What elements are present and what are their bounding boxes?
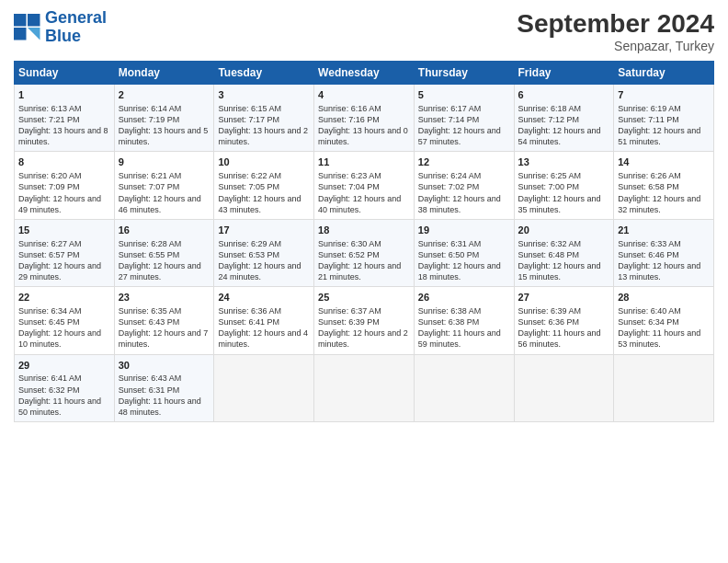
sunset-label: Sunset: 6:31 PM <box>119 385 180 395</box>
calendar-cell: 30Sunrise: 6:43 AMSunset: 6:31 PMDayligh… <box>114 354 214 421</box>
daylight-label: Daylight: 13 hours and 5 minutes. <box>119 126 209 146</box>
sunset-label: Sunset: 6:45 PM <box>18 317 80 327</box>
calendar-cell: 11Sunrise: 6:23 AMSunset: 7:04 PMDayligh… <box>314 152 415 219</box>
calendar-cell: 20Sunrise: 6:32 AMSunset: 6:48 PMDayligh… <box>514 219 614 286</box>
sunrise-label: Sunrise: 6:40 AM <box>618 306 681 316</box>
calendar-cell: 27Sunrise: 6:39 AMSunset: 6:36 PMDayligh… <box>514 287 614 354</box>
sunset-label: Sunset: 7:21 PM <box>18 115 80 124</box>
daylight-label: Daylight: 12 hours and 29 minutes. <box>18 261 101 282</box>
day-number: 3 <box>218 88 310 102</box>
daylight-label: Daylight: 12 hours and 51 minutes. <box>618 126 700 146</box>
sunrise-label: Sunrise: 6:23 AM <box>318 171 381 180</box>
day-number: 6 <box>518 88 610 102</box>
sunrise-label: Sunrise: 6:18 AM <box>518 104 582 113</box>
sunset-label: Sunset: 7:16 PM <box>318 115 380 124</box>
daylight-label: Daylight: 13 hours and 0 minutes. <box>318 126 408 146</box>
svg-rect-0 <box>14 14 27 27</box>
sunrise-label: Sunrise: 6:24 AM <box>418 171 482 180</box>
day-number: 28 <box>618 291 710 304</box>
day-number: 26 <box>418 291 510 304</box>
calendar-cell: 24Sunrise: 6:36 AMSunset: 6:41 PMDayligh… <box>214 287 314 354</box>
sunrise-label: Sunrise: 6:29 AM <box>218 239 281 248</box>
calendar-week-row: 1Sunrise: 6:13 AMSunset: 7:21 PMDaylight… <box>15 85 714 152</box>
header-saturday: Saturday <box>614 62 714 85</box>
daylight-label: Daylight: 12 hours and 15 minutes. <box>518 261 601 282</box>
calendar-cell: 26Sunrise: 6:38 AMSunset: 6:38 PMDayligh… <box>414 287 514 354</box>
daylight-label: Daylight: 12 hours and 10 minutes. <box>18 328 101 349</box>
day-number: 12 <box>418 155 510 169</box>
sunset-label: Sunset: 7:07 PM <box>119 182 180 191</box>
daylight-label: Daylight: 12 hours and 40 minutes. <box>318 194 401 214</box>
calendar-cell: 15Sunrise: 6:27 AMSunset: 6:57 PMDayligh… <box>15 219 115 286</box>
daylight-label: Daylight: 11 hours and 53 minutes. <box>618 328 700 349</box>
calendar-week-row: 22Sunrise: 6:34 AMSunset: 6:45 PMDayligh… <box>15 287 714 354</box>
sunset-label: Sunset: 7:05 PM <box>218 182 279 191</box>
calendar-cell: 2Sunrise: 6:14 AMSunset: 7:19 PMDaylight… <box>114 85 214 152</box>
calendar-cell: 12Sunrise: 6:24 AMSunset: 7:02 PMDayligh… <box>414 152 514 219</box>
sunrise-label: Sunrise: 6:28 AM <box>119 239 182 248</box>
daylight-label: Daylight: 12 hours and 27 minutes. <box>119 261 201 282</box>
calendar-cell: 29Sunrise: 6:41 AMSunset: 6:32 PMDayligh… <box>15 354 115 421</box>
day-number: 15 <box>18 224 110 237</box>
day-number: 7 <box>618 88 710 102</box>
day-number: 13 <box>518 155 610 169</box>
calendar-cell: 1Sunrise: 6:13 AMSunset: 7:21 PMDaylight… <box>15 85 115 152</box>
sunrise-label: Sunrise: 6:27 AM <box>18 239 82 248</box>
sunrise-label: Sunrise: 6:37 AM <box>318 306 381 316</box>
day-number: 19 <box>418 224 510 237</box>
calendar-cell: 17Sunrise: 6:29 AMSunset: 6:53 PMDayligh… <box>214 219 314 286</box>
sunrise-label: Sunrise: 6:19 AM <box>618 104 681 113</box>
calendar-cell: 4Sunrise: 6:16 AMSunset: 7:16 PMDaylight… <box>314 85 415 152</box>
header-wednesday: Wednesday <box>314 62 415 85</box>
day-number: 18 <box>318 224 410 237</box>
calendar-cell: 28Sunrise: 6:40 AMSunset: 6:34 PMDayligh… <box>614 287 714 354</box>
header-thursday: Thursday <box>414 62 514 85</box>
day-number: 20 <box>518 224 610 237</box>
day-number: 11 <box>318 155 410 169</box>
sunset-label: Sunset: 7:04 PM <box>318 182 380 191</box>
sunset-label: Sunset: 6:41 PM <box>218 317 279 327</box>
sunset-label: Sunset: 6:43 PM <box>119 317 180 327</box>
svg-rect-1 <box>28 14 40 27</box>
daylight-label: Daylight: 12 hours and 21 minutes. <box>318 261 401 282</box>
sunset-label: Sunset: 7:17 PM <box>218 115 279 124</box>
daylight-label: Daylight: 12 hours and 38 minutes. <box>418 194 501 214</box>
calendar-cell: 9Sunrise: 6:21 AMSunset: 7:07 PMDaylight… <box>114 152 214 219</box>
sunset-label: Sunset: 6:50 PM <box>418 250 480 259</box>
logo: General Blue <box>14 9 107 46</box>
sunrise-label: Sunrise: 6:30 AM <box>318 239 381 248</box>
daylight-label: Daylight: 13 hours and 8 minutes. <box>18 126 108 146</box>
calendar-week-row: 29Sunrise: 6:41 AMSunset: 6:32 PMDayligh… <box>15 354 714 421</box>
calendar-table: SundayMondayTuesdayWednesdayThursdayFrid… <box>14 61 714 422</box>
calendar-cell: 21Sunrise: 6:33 AMSunset: 6:46 PMDayligh… <box>614 219 714 286</box>
calendar-cell: 19Sunrise: 6:31 AMSunset: 6:50 PMDayligh… <box>414 219 514 286</box>
daylight-label: Daylight: 12 hours and 4 minutes. <box>218 328 308 349</box>
day-number: 8 <box>18 155 110 169</box>
sunset-label: Sunset: 7:19 PM <box>119 115 180 124</box>
calendar-cell: 3Sunrise: 6:15 AMSunset: 7:17 PMDaylight… <box>214 85 314 152</box>
sunset-label: Sunset: 6:36 PM <box>518 317 580 327</box>
sunset-label: Sunset: 7:00 PM <box>518 182 580 191</box>
sunrise-label: Sunrise: 6:21 AM <box>119 171 182 180</box>
calendar-header-row: SundayMondayTuesdayWednesdayThursdayFrid… <box>15 62 714 85</box>
sunset-label: Sunset: 6:58 PM <box>618 182 679 191</box>
svg-marker-3 <box>28 28 40 40</box>
sunset-label: Sunset: 7:12 PM <box>518 115 580 124</box>
header-tuesday: Tuesday <box>214 62 314 85</box>
sunrise-label: Sunrise: 6:15 AM <box>218 104 281 113</box>
sunrise-label: Sunrise: 6:34 AM <box>18 306 82 316</box>
sunrise-label: Sunrise: 6:14 AM <box>119 104 182 113</box>
calendar-cell: 23Sunrise: 6:35 AMSunset: 6:43 PMDayligh… <box>114 287 214 354</box>
daylight-label: Daylight: 12 hours and 46 minutes. <box>119 194 201 214</box>
calendar-cell <box>214 354 314 421</box>
location-subtitle: Senpazar, Turkey <box>517 39 714 53</box>
daylight-label: Daylight: 12 hours and 57 minutes. <box>418 126 501 146</box>
daylight-label: Daylight: 12 hours and 13 minutes. <box>618 261 700 282</box>
day-number: 14 <box>618 155 710 169</box>
day-number: 2 <box>119 88 210 102</box>
day-number: 21 <box>618 224 710 237</box>
sunrise-label: Sunrise: 6:35 AM <box>119 306 182 316</box>
daylight-label: Daylight: 12 hours and 43 minutes. <box>218 194 301 214</box>
day-number: 4 <box>318 88 410 102</box>
sunset-label: Sunset: 7:11 PM <box>618 115 679 124</box>
